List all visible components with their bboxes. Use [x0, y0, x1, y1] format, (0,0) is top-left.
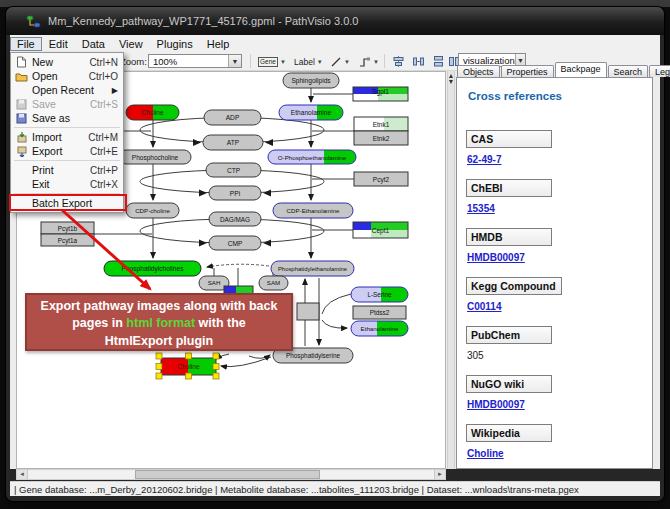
node-adp[interactable]: ADP — [204, 110, 261, 125]
node-ppi[interactable]: PPi — [209, 186, 261, 200]
xref-link[interactable]: HMDB00097 — [467, 399, 525, 410]
node-dag-mag[interactable]: DAG/MAG — [209, 212, 261, 226]
xref-link[interactable]: 15354 — [467, 203, 495, 214]
xref-link[interactable]: C00114 — [467, 301, 501, 312]
node-ethanolamine-top[interactable]: Ethanolamine — [279, 105, 343, 120]
node-phosphatidylcholines[interactable]: Phosphatidylcholines — [104, 261, 201, 276]
menu-separator — [14, 160, 120, 161]
backpage-content: Cross references CAS 62-49-7 ChEBI 15354… — [456, 77, 653, 469]
horizontal-scrollbar[interactable]: ◄ ► — [16, 469, 446, 480]
xref-link[interactable]: HMDB00097 — [467, 252, 525, 263]
menu-item-print[interactable]: PrintCtrl+P — [11, 163, 123, 177]
tab-properties[interactable]: Properties — [501, 65, 554, 77]
toolbar-separator — [250, 54, 251, 68]
align-center-button[interactable] — [392, 54, 405, 69]
node-cdp-ethanolamine[interactable]: CDP-Ethanolamine — [273, 203, 353, 218]
label-tool-button[interactable]: Label▼ — [294, 54, 323, 69]
node-ethanolamine-bottom[interactable]: Ethanolamine — [351, 321, 408, 336]
connector-tool-button[interactable]: ▼ — [358, 54, 379, 69]
node-ptdss2[interactable]: Ptdss2 — [353, 306, 406, 319]
node-o-phosphoethanolamine[interactable]: O-Phosphoethanolamine — [268, 150, 356, 164]
node-ctp[interactable]: CTP — [206, 163, 261, 177]
panel-splitter[interactable] — [447, 71, 455, 469]
pathvisio-window: Mm_Kennedy_pathway_WP1771_45176.gpml - P… — [6, 7, 664, 501]
scroll-left-icon[interactable]: ◄ — [17, 470, 28, 479]
tab-backpage[interactable]: Backpage — [555, 62, 607, 77]
svg-text:PPi: PPi — [230, 190, 241, 197]
node-sgpl1[interactable]: Sgpl1 — [353, 87, 408, 101]
window-title: Mm_Kennedy_pathway_WP1771_45176.gpml - P… — [48, 15, 358, 27]
tab-objects[interactable]: Objects — [457, 65, 500, 77]
menu-file[interactable]: File — [10, 37, 42, 51]
svg-text:Choline: Choline — [141, 109, 164, 116]
node-etnk2[interactable]: Etnk2 — [354, 131, 408, 145]
gene-node-tool-button[interactable]: Gene▼ — [258, 54, 286, 69]
chevron-down-icon[interactable]: ▼ — [373, 59, 379, 65]
node-pcyt1b[interactable]: Pcyt1b — [41, 222, 94, 234]
distribute-horizontal-button[interactable] — [412, 54, 425, 69]
chevron-down-icon[interactable]: ▼ — [317, 59, 323, 65]
node-sam[interactable]: SAM — [259, 276, 288, 290]
menu-item-new[interactable]: NewCtrl+N — [11, 55, 123, 69]
svg-text:CDP-choline: CDP-choline — [135, 207, 170, 214]
svg-text:Sgpl1: Sgpl1 — [372, 88, 389, 96]
menu-item-open-recent[interactable]: Open Recent▶ — [11, 83, 123, 97]
xref-header: Kegg Compound — [466, 277, 562, 295]
menu-item-batch-export[interactable]: Batch Export — [11, 196, 123, 210]
node-cmp[interactable]: CMP — [209, 236, 261, 250]
gene-node-icon: Gene — [258, 57, 278, 67]
menu-view[interactable]: View — [112, 37, 150, 51]
chevron-down-icon[interactable]: ▼ — [280, 59, 286, 65]
node-cept1[interactable]: Cept1 — [353, 222, 408, 238]
node-atp[interactable]: ATP — [203, 135, 263, 150]
line-icon — [330, 56, 342, 68]
stack-vertical-button[interactable] — [432, 54, 445, 69]
splitter-collapse-icon[interactable] — [449, 74, 453, 78]
elbow-connector-icon — [358, 56, 371, 68]
menu-plugins[interactable]: Plugins — [150, 37, 200, 51]
node-pcyt2[interactable]: Pcyt2 — [354, 172, 408, 186]
annotation-line1: Export pathway images along with back — [27, 298, 291, 315]
menu-help[interactable]: Help — [200, 37, 237, 51]
node-cdp-choline[interactable]: CDP-choline — [126, 203, 179, 218]
svg-text:SAH: SAH — [208, 279, 221, 286]
node-choline-selected[interactable]: Choline — [161, 358, 216, 375]
node-phosphatidylethanolamine[interactable]: Phosphatidylethanolamine — [271, 261, 354, 276]
chevron-down-icon[interactable]: ▼ — [228, 55, 241, 67]
menu-item-import[interactable]: ImportCtrl+M — [11, 130, 123, 144]
open-folder-icon — [14, 70, 29, 82]
node-sphingolipids[interactable]: Sphingolipids — [283, 73, 339, 88]
xref-link[interactable]: 62-49-7 — [467, 154, 501, 165]
xref-header: Wikipedia — [466, 424, 552, 442]
node-etnk1[interactable]: Etnk1 — [354, 117, 408, 131]
node-choline-top[interactable]: Choline — [126, 105, 179, 120]
scrollbar-thumb[interactable] — [135, 470, 320, 479]
status-bar: | Gene database: ...m_Derby_20120602.bri… — [10, 481, 660, 496]
align-center-icon — [392, 55, 405, 68]
line-tool-button[interactable]: ▼ — [330, 54, 350, 69]
menu-item-export[interactable]: ExportCtrl+E — [11, 144, 123, 158]
menu-item-open[interactable]: OpenCtrl+O — [11, 69, 123, 83]
title-bar[interactable]: Mm_Kennedy_pathway_WP1771_45176.gpml - P… — [6, 7, 664, 35]
menu-item-save-as[interactable]: Save as — [11, 111, 123, 125]
node-pcyt1a[interactable]: Pcyt1a — [41, 234, 94, 246]
menu-item-exit[interactable]: ExitCtrl+X — [11, 177, 123, 191]
node-gene-partial[interactable] — [297, 303, 319, 320]
tab-search[interactable]: Search — [608, 65, 649, 77]
menu-data[interactable]: Data — [75, 37, 112, 51]
new-document-icon — [14, 56, 29, 68]
zoom-combo[interactable]: 100% ▼ — [148, 54, 242, 68]
scroll-right-icon[interactable]: ► — [434, 470, 445, 479]
svg-text:CTP: CTP — [227, 167, 241, 174]
svg-text:Pcyt2: Pcyt2 — [373, 176, 390, 184]
node-phosphocholine[interactable]: Phosphocholine — [119, 150, 191, 164]
xref-link[interactable]: Choline — [467, 448, 504, 459]
svg-text:Etnk1: Etnk1 — [373, 121, 390, 128]
xref-header: NuGO wiki — [466, 375, 552, 393]
splitter-expand-icon[interactable] — [449, 80, 453, 84]
tab-legend[interactable]: Legend — [649, 65, 670, 77]
chevron-down-icon[interactable]: ▼ — [344, 59, 350, 65]
menu-edit[interactable]: Edit — [42, 37, 75, 51]
annotation-line3: HtmlExport plugin — [27, 333, 291, 350]
node-l-serine[interactable]: L-Serine — [351, 287, 408, 302]
